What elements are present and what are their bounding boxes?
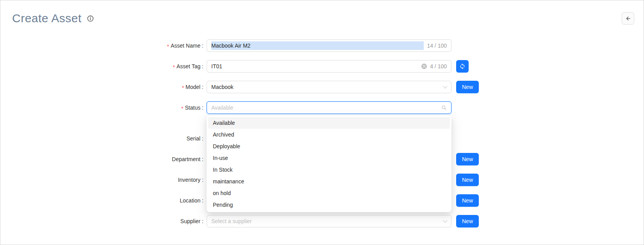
- status-label-text: Status :: [185, 105, 203, 111]
- generate-tag-button[interactable]: [456, 60, 469, 73]
- required-mark: *: [181, 105, 183, 111]
- status-option-in-stock[interactable]: In Stock: [208, 164, 450, 176]
- status-row: * Status : Available: [0, 101, 644, 114]
- required-mark: *: [167, 43, 169, 49]
- asset-name-label: * Asset Name :: [0, 43, 203, 49]
- clear-icon[interactable]: [421, 64, 427, 69]
- inventory-label: Inventory :: [0, 177, 203, 183]
- supplier-select[interactable]: Select a supplier: [207, 215, 451, 227]
- asset-tag-input[interactable]: IT01 4 / 100: [207, 60, 451, 73]
- status-dropdown: Available Archived Deployable In-use In …: [207, 115, 451, 212]
- new-inventory-button[interactable]: New: [456, 174, 479, 186]
- asset-tag-char-counter: 4 / 100: [430, 63, 447, 69]
- asset-name-row: * Asset Name : Macbook Air M2 14 / 100: [0, 39, 644, 52]
- search-icon: [441, 105, 447, 110]
- asset-tag-row: * Asset Tag : IT01 4 / 100: [0, 60, 644, 73]
- asset-tag-value: IT01: [211, 63, 418, 69]
- status-placeholder: Available: [211, 105, 438, 111]
- model-select[interactable]: Macbook: [207, 81, 451, 93]
- selected-text-highlight: Macbook Air M2: [211, 41, 424, 50]
- status-option-maintanance[interactable]: maintanance: [208, 176, 450, 187]
- chevron-down-icon: [443, 218, 447, 222]
- supplier-placeholder: Select a supplier: [211, 218, 441, 224]
- asset-name-char-counter: 14 / 100: [427, 43, 447, 49]
- department-label-text: Department :: [172, 156, 203, 162]
- status-option-available[interactable]: Available: [208, 117, 450, 129]
- status-option-pending[interactable]: Pending: [208, 199, 450, 211]
- new-model-button[interactable]: New: [456, 81, 479, 93]
- status-label: * Status :: [0, 105, 203, 111]
- asset-tag-label: * Asset Tag :: [0, 63, 203, 70]
- sync-icon: [459, 63, 466, 69]
- location-label: Location :: [0, 197, 203, 204]
- chevron-down-icon: [443, 84, 447, 88]
- page-header: Create Asset: [0, 0, 644, 25]
- page-title: Create Asset: [12, 12, 82, 25]
- create-asset-form: * Asset Name : Macbook Air M2 14 / 100 *…: [0, 39, 644, 227]
- location-label-text: Location :: [180, 197, 203, 204]
- arrow-left-icon: [625, 16, 631, 21]
- new-department-button[interactable]: New: [456, 153, 479, 165]
- new-supplier-button[interactable]: New: [456, 215, 479, 227]
- serial-label-text: Serial :: [186, 135, 203, 142]
- asset-name-value: Macbook Air M2: [211, 43, 250, 49]
- inventory-label-text: Inventory :: [178, 177, 203, 183]
- model-label: * Model :: [0, 84, 203, 91]
- model-value: Macbook: [211, 84, 441, 90]
- model-row: * Model : Macbook New: [0, 81, 644, 93]
- status-option-deployable[interactable]: Deployable: [208, 140, 450, 152]
- status-option-in-use[interactable]: In-use: [208, 152, 450, 164]
- serial-label: Serial :: [0, 135, 203, 142]
- asset-tag-label-text: Asset Tag :: [177, 63, 203, 69]
- back-button[interactable]: [622, 12, 634, 25]
- new-location-button[interactable]: New: [456, 194, 479, 207]
- asset-name-input[interactable]: Macbook Air M2 14 / 100: [207, 39, 451, 52]
- supplier-row: Supplier : Select a supplier New: [0, 215, 644, 227]
- required-mark: *: [182, 84, 184, 91]
- status-select[interactable]: Available: [207, 101, 451, 114]
- department-label: Department :: [0, 156, 203, 162]
- supplier-label-text: Supplier :: [180, 218, 203, 224]
- status-option-on-hold[interactable]: on hold: [208, 187, 450, 199]
- asset-name-label-text: Asset Name :: [171, 43, 203, 49]
- create-asset-page: { "header": { "title": "Create Asset" },…: [0, 0, 644, 245]
- model-label-text: Model :: [186, 84, 203, 90]
- status-option-archived[interactable]: Archived: [208, 129, 450, 140]
- supplier-label: Supplier :: [0, 218, 203, 224]
- info-icon[interactable]: [87, 15, 94, 22]
- required-mark: *: [173, 63, 175, 70]
